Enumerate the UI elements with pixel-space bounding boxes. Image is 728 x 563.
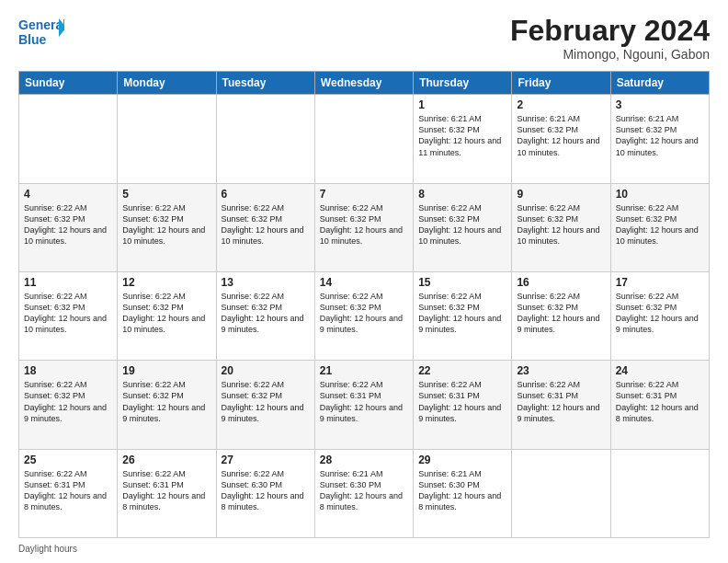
day-info: Sunrise: 6:22 AM Sunset: 6:32 PM Dayligh…	[122, 292, 205, 334]
day-number: 23	[517, 364, 605, 377]
day-cell: 3Sunrise: 6:21 AM Sunset: 6:32 PM Daylig…	[610, 95, 709, 183]
day-cell	[610, 449, 709, 537]
day-number: 20	[222, 364, 310, 377]
day-cell: 28Sunrise: 6:21 AM Sunset: 6:30 PM Dayli…	[314, 449, 413, 537]
day-cell: 14Sunrise: 6:22 AM Sunset: 6:32 PM Dayli…	[314, 271, 413, 360]
day-cell: 7Sunrise: 6:22 AM Sunset: 6:32 PM Daylig…	[314, 183, 413, 271]
calendar-body: 1Sunrise: 6:21 AM Sunset: 6:32 PM Daylig…	[19, 95, 710, 538]
day-info: Sunrise: 6:22 AM Sunset: 6:32 PM Dayligh…	[24, 292, 107, 334]
subtitle: Mimongo, Ngouni, Gabon	[510, 47, 710, 62]
day-cell: 18Sunrise: 6:22 AM Sunset: 6:32 PM Dayli…	[19, 361, 118, 449]
day-cell	[19, 95, 118, 183]
day-info: Sunrise: 6:22 AM Sunset: 6:32 PM Dayligh…	[418, 203, 501, 246]
page: General Blue February 2024 Mimongo, Ngou…	[0, 0, 728, 563]
day-info: Sunrise: 6:21 AM Sunset: 6:30 PM Dayligh…	[320, 469, 403, 511]
footer: Daylight hours	[18, 544, 710, 554]
day-cell: 27Sunrise: 6:22 AM Sunset: 6:30 PM Dayli…	[216, 449, 314, 537]
day-info: Sunrise: 6:22 AM Sunset: 6:31 PM Dayligh…	[320, 380, 403, 422]
day-info: Sunrise: 6:22 AM Sunset: 6:32 PM Dayligh…	[320, 292, 403, 334]
day-number: 27	[222, 454, 310, 466]
day-info: Sunrise: 6:22 AM Sunset: 6:31 PM Dayligh…	[616, 380, 699, 422]
day-cell: 10Sunrise: 6:22 AM Sunset: 6:32 PM Dayli…	[610, 183, 709, 271]
day-number: 18	[24, 364, 112, 377]
day-header-tuesday: Tuesday	[216, 72, 314, 95]
day-cell: 1Sunrise: 6:21 AM Sunset: 6:32 PM Daylig…	[414, 95, 512, 183]
day-cell	[512, 449, 610, 537]
day-cell: 2Sunrise: 6:21 AM Sunset: 6:32 PM Daylig…	[512, 95, 610, 183]
day-cell: 5Sunrise: 6:22 AM Sunset: 6:32 PM Daylig…	[118, 183, 216, 271]
day-number: 2	[517, 98, 605, 111]
day-cell	[216, 95, 314, 183]
logo: General Blue	[18, 15, 64, 50]
day-cell: 24Sunrise: 6:22 AM Sunset: 6:31 PM Dayli…	[610, 361, 709, 449]
day-info: Sunrise: 6:21 AM Sunset: 6:32 PM Dayligh…	[418, 114, 501, 156]
day-number: 9	[517, 188, 605, 201]
day-cell	[314, 95, 413, 183]
day-header-friday: Friday	[512, 72, 610, 95]
day-cell: 19Sunrise: 6:22 AM Sunset: 6:32 PM Dayli…	[118, 361, 216, 449]
main-title: February 2024	[510, 15, 710, 47]
day-number: 22	[418, 364, 506, 377]
day-number: 19	[122, 364, 210, 377]
day-number: 4	[24, 188, 112, 201]
day-number: 24	[616, 364, 704, 377]
week-row-4: 25Sunrise: 6:22 AM Sunset: 6:31 PM Dayli…	[19, 449, 710, 537]
day-info: Sunrise: 6:22 AM Sunset: 6:32 PM Dayligh…	[222, 380, 304, 422]
day-cell: 26Sunrise: 6:22 AM Sunset: 6:31 PM Dayli…	[118, 449, 216, 537]
header-row: SundayMondayTuesdayWednesdayThursdayFrid…	[19, 72, 710, 95]
day-info: Sunrise: 6:22 AM Sunset: 6:32 PM Dayligh…	[222, 203, 304, 246]
title-block: February 2024 Mimongo, Ngouni, Gabon	[510, 15, 710, 62]
logo-svg: General Blue	[18, 15, 64, 50]
week-row-1: 4Sunrise: 6:22 AM Sunset: 6:32 PM Daylig…	[19, 183, 710, 271]
day-info: Sunrise: 6:22 AM Sunset: 6:32 PM Dayligh…	[616, 292, 699, 334]
day-number: 1	[418, 98, 506, 111]
header: General Blue February 2024 Mimongo, Ngou…	[18, 15, 710, 62]
footer-text: Daylight hours	[18, 544, 77, 554]
day-info: Sunrise: 6:22 AM Sunset: 6:30 PM Dayligh…	[222, 469, 304, 511]
day-number: 6	[222, 188, 310, 201]
day-number: 13	[222, 276, 310, 289]
day-cell: 16Sunrise: 6:22 AM Sunset: 6:32 PM Dayli…	[512, 271, 610, 360]
day-header-saturday: Saturday	[610, 72, 709, 95]
day-info: Sunrise: 6:22 AM Sunset: 6:32 PM Dayligh…	[418, 292, 501, 334]
day-header-monday: Monday	[118, 72, 216, 95]
calendar-table: SundayMondayTuesdayWednesdayThursdayFrid…	[18, 71, 710, 538]
day-number: 29	[418, 454, 506, 466]
week-row-3: 18Sunrise: 6:22 AM Sunset: 6:32 PM Dayli…	[19, 361, 710, 449]
day-info: Sunrise: 6:22 AM Sunset: 6:32 PM Dayligh…	[222, 292, 304, 334]
day-cell: 4Sunrise: 6:22 AM Sunset: 6:32 PM Daylig…	[19, 183, 118, 271]
day-cell: 25Sunrise: 6:22 AM Sunset: 6:31 PM Dayli…	[19, 449, 118, 537]
day-number: 12	[122, 276, 210, 289]
day-cell	[118, 95, 216, 183]
week-row-0: 1Sunrise: 6:21 AM Sunset: 6:32 PM Daylig…	[19, 95, 710, 183]
day-cell: 22Sunrise: 6:22 AM Sunset: 6:31 PM Dayli…	[414, 361, 512, 449]
day-info: Sunrise: 6:22 AM Sunset: 6:32 PM Dayligh…	[320, 203, 403, 246]
day-cell: 15Sunrise: 6:22 AM Sunset: 6:32 PM Dayli…	[414, 271, 512, 360]
week-row-2: 11Sunrise: 6:22 AM Sunset: 6:32 PM Dayli…	[19, 271, 710, 360]
day-cell: 6Sunrise: 6:22 AM Sunset: 6:32 PM Daylig…	[216, 183, 314, 271]
day-info: Sunrise: 6:22 AM Sunset: 6:32 PM Dayligh…	[122, 203, 205, 246]
day-cell: 23Sunrise: 6:22 AM Sunset: 6:31 PM Dayli…	[512, 361, 610, 449]
day-number: 26	[122, 454, 210, 466]
day-info: Sunrise: 6:22 AM Sunset: 6:31 PM Dayligh…	[517, 380, 599, 422]
day-info: Sunrise: 6:22 AM Sunset: 6:32 PM Dayligh…	[24, 203, 107, 246]
day-info: Sunrise: 6:22 AM Sunset: 6:31 PM Dayligh…	[122, 469, 205, 511]
day-cell: 11Sunrise: 6:22 AM Sunset: 6:32 PM Dayli…	[19, 271, 118, 360]
day-info: Sunrise: 6:22 AM Sunset: 6:31 PM Dayligh…	[418, 380, 501, 422]
day-cell: 8Sunrise: 6:22 AM Sunset: 6:32 PM Daylig…	[414, 183, 512, 271]
day-number: 5	[122, 188, 210, 201]
day-number: 7	[320, 188, 408, 201]
day-cell: 21Sunrise: 6:22 AM Sunset: 6:31 PM Dayli…	[314, 361, 413, 449]
day-info: Sunrise: 6:21 AM Sunset: 6:32 PM Dayligh…	[517, 114, 599, 156]
day-number: 15	[418, 276, 506, 289]
day-cell: 9Sunrise: 6:22 AM Sunset: 6:32 PM Daylig…	[512, 183, 610, 271]
day-info: Sunrise: 6:22 AM Sunset: 6:31 PM Dayligh…	[24, 469, 107, 511]
day-cell: 12Sunrise: 6:22 AM Sunset: 6:32 PM Dayli…	[118, 271, 216, 360]
day-info: Sunrise: 6:22 AM Sunset: 6:32 PM Dayligh…	[122, 380, 205, 422]
day-cell: 20Sunrise: 6:22 AM Sunset: 6:32 PM Dayli…	[216, 361, 314, 449]
day-header-sunday: Sunday	[19, 72, 118, 95]
day-number: 25	[24, 454, 112, 466]
day-number: 16	[517, 276, 605, 289]
day-header-thursday: Thursday	[414, 72, 512, 95]
day-number: 14	[320, 276, 408, 289]
